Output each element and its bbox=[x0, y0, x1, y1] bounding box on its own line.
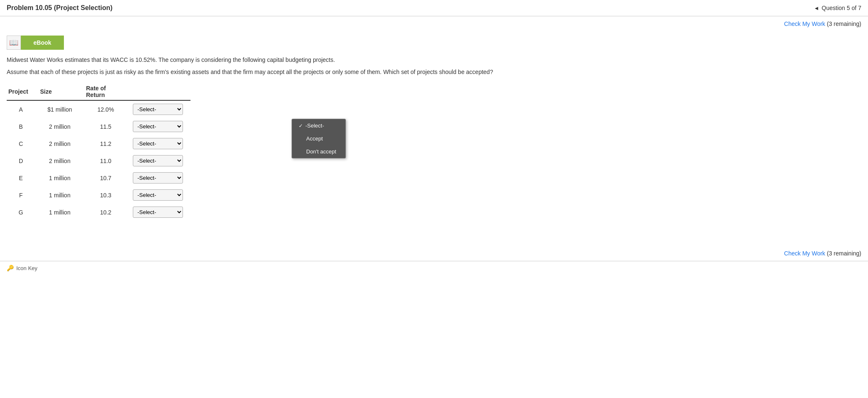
project-select-g[interactable]: -Select- Accept Don't accept bbox=[133, 207, 183, 218]
row-a-select-area: -Select- Accept Don't accept -Select- Ac… bbox=[133, 104, 183, 115]
project-size-c: 2 million bbox=[40, 135, 86, 152]
project-select-cell-d: -Select- Accept Don't accept bbox=[132, 152, 190, 169]
col-header-project: Project bbox=[7, 83, 40, 100]
key-icon: 🔑 bbox=[7, 265, 14, 271]
dropdown-option-select[interactable]: -Select- bbox=[292, 119, 345, 132]
project-label-e: E bbox=[7, 169, 40, 186]
project-label-c: C bbox=[7, 135, 40, 152]
projects-table: Project Size Rate of Return A $1 million… bbox=[7, 83, 190, 221]
project-rate-c: 11.2 bbox=[86, 135, 132, 152]
ebook-icon: 📖 bbox=[7, 36, 21, 50]
project-select-cell-a: -Select- Accept Don't accept -Select- Ac… bbox=[132, 100, 190, 118]
ebook-bar: 📖 eBook bbox=[7, 36, 861, 50]
ebook-button[interactable]: eBook bbox=[21, 36, 64, 50]
col-header-select bbox=[132, 83, 190, 100]
project-size-d: 2 million bbox=[40, 152, 86, 169]
project-select-c[interactable]: -Select- Accept Don't accept bbox=[133, 138, 183, 149]
col-header-rate: Rate of Return bbox=[86, 83, 132, 100]
project-size-g: 1 million bbox=[40, 204, 86, 221]
project-label-a: A bbox=[7, 100, 40, 118]
project-rate-a: 12.0% bbox=[86, 100, 132, 118]
check-my-work-bottom-area: Check My Work (3 remaining) bbox=[0, 242, 868, 261]
dropdown-option-dont-accept[interactable]: Don't accept bbox=[292, 145, 345, 158]
project-select-cell-f: -Select- Accept Don't accept bbox=[132, 186, 190, 204]
project-size-f: 1 million bbox=[40, 186, 86, 204]
project-select-cell-e: -Select- Accept Don't accept bbox=[132, 169, 190, 186]
project-size-a: $1 million bbox=[40, 100, 86, 118]
projects-table-area: Project Size Rate of Return A $1 million… bbox=[7, 83, 861, 221]
project-select-cell-g: -Select- Accept Don't accept bbox=[132, 204, 190, 221]
project-select-cell-c: -Select- Accept Don't accept bbox=[132, 135, 190, 152]
table-row: F 1 million 10.3 -Select- Accept Don't a… bbox=[7, 186, 190, 204]
project-rate-f: 10.3 bbox=[86, 186, 132, 204]
project-select-d[interactable]: -Select- Accept Don't accept bbox=[133, 155, 183, 166]
project-select-a[interactable]: -Select- Accept Don't accept bbox=[133, 104, 183, 115]
main-content: 📖 eBook Midwest Water Works estimates th… bbox=[0, 31, 868, 229]
project-rate-d: 11.0 bbox=[86, 152, 132, 169]
problem-text-2: Assume that each of these projects is ju… bbox=[7, 68, 861, 77]
project-select-cell-b: -Select- Accept Don't accept bbox=[132, 118, 190, 135]
project-select-f[interactable]: -Select- Accept Don't accept bbox=[133, 189, 183, 201]
problem-text-1: Midwest Water Works estimates that its W… bbox=[7, 56, 861, 64]
table-row: E 1 million 10.7 -Select- Accept Don't a… bbox=[7, 169, 190, 186]
table-row: C 2 million 11.2 -Select- Accept Don't a… bbox=[7, 135, 190, 152]
check-my-work-top-button[interactable]: Check My Work (3 remaining) bbox=[784, 20, 861, 27]
project-rate-b: 11.5 bbox=[86, 118, 132, 135]
nav-arrow[interactable]: ◄ bbox=[814, 5, 819, 11]
project-select-e[interactable]: -Select- Accept Don't accept bbox=[133, 172, 183, 184]
project-label-d: D bbox=[7, 152, 40, 169]
table-row: D 2 million 11.0 -Select- Accept Don't a… bbox=[7, 152, 190, 169]
project-label-g: G bbox=[7, 204, 40, 221]
question-counter: Question 5 of 7 bbox=[822, 5, 861, 11]
icon-key-label: Icon Key bbox=[16, 265, 38, 271]
check-my-work-top-area: Check My Work (3 remaining) bbox=[0, 16, 868, 31]
dropdown-option-accept[interactable]: Accept bbox=[292, 132, 345, 145]
project-size-e: 1 million bbox=[40, 169, 86, 186]
page-header: Problem 10.05 (Project Selection) ◄ Ques… bbox=[0, 0, 868, 16]
check-my-work-bottom-button[interactable]: Check My Work (3 remaining) bbox=[784, 250, 861, 257]
project-select-b[interactable]: -Select- Accept Don't accept bbox=[133, 121, 183, 132]
question-navigation: ◄ Question 5 of 7 bbox=[814, 5, 861, 11]
project-rate-g: 10.2 bbox=[86, 204, 132, 221]
table-row: B 2 million 11.5 -Select- Accept Don't a… bbox=[7, 118, 190, 135]
dropdown-overlay-a: -Select- Accept Don't accept bbox=[292, 119, 346, 158]
col-header-size: Size bbox=[40, 83, 86, 100]
table-row: A $1 million 12.0% -Select- Accept Don't… bbox=[7, 100, 190, 118]
project-rate-e: 10.7 bbox=[86, 169, 132, 186]
project-size-b: 2 million bbox=[40, 118, 86, 135]
table-row: G 1 million 10.2 -Select- Accept Don't a… bbox=[7, 204, 190, 221]
page-title: Problem 10.05 (Project Selection) bbox=[7, 4, 112, 12]
project-label-b: B bbox=[7, 118, 40, 135]
project-label-f: F bbox=[7, 186, 40, 204]
bottom-bar: 🔑 Icon Key bbox=[0, 261, 868, 275]
